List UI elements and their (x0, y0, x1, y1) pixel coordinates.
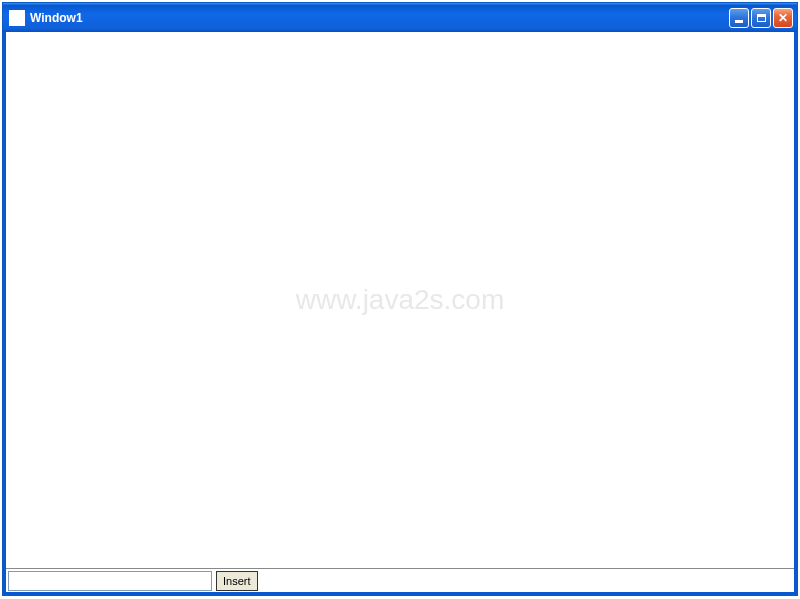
application-window: Window1 ✕ www.java2s.com Insert (2, 2, 798, 596)
bottom-panel: Insert (6, 568, 794, 592)
watermark-text: www.java2s.com (296, 284, 505, 316)
text-input[interactable] (8, 571, 212, 591)
window-title: Window1 (30, 11, 729, 25)
minimize-icon (735, 20, 743, 23)
maximize-button[interactable] (751, 8, 771, 28)
client-area: www.java2s.com Insert (3, 32, 797, 595)
app-icon (9, 10, 25, 26)
main-content: www.java2s.com (6, 32, 794, 568)
maximize-icon (757, 14, 766, 22)
close-icon: ✕ (778, 12, 788, 24)
close-button[interactable]: ✕ (773, 8, 793, 28)
insert-button[interactable]: Insert (216, 571, 258, 591)
titlebar[interactable]: Window1 ✕ (3, 3, 797, 32)
window-controls: ✕ (729, 8, 793, 28)
minimize-button[interactable] (729, 8, 749, 28)
